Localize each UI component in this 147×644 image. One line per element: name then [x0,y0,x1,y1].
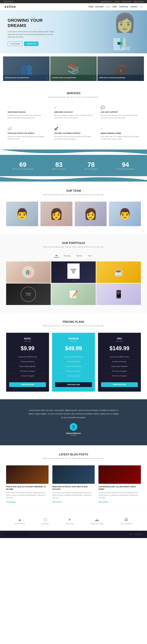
pricing-subtitle: Morbi accumsan ipsum velit. Nam nec tell… [6,325,141,326]
plan-basic-feat-3: Social media Integration [9,364,46,369]
partner-insignia: ⬡ INSIGNIA [42,517,49,524]
plan-pro-name: PRO [101,337,138,340]
blog-title: LATEST BLOG POSTS [6,453,141,456]
arrowhead-label: ARROWHEAD [14,523,25,524]
hero-section: GROWING YOUR DREAMS Lorem ipsum dolor si… [0,10,147,53]
testimonial-name: Shawn Patterson [12,432,135,434]
card-3-arrow: › [141,77,142,79]
hero-person-image: 👩 [113,12,136,34]
stat-clients: 83 HAPPY CLIENTS [52,161,66,170]
testimonial-section: Lorem ipsum dolor sit amet, consectetur … [0,399,147,445]
team-subtitle: Morbi accumsan ipsum velit. Nam nec tell… [6,194,141,196]
portfolio-item-6[interactable]: 📱 [96,284,141,305]
plan-pro-features: Lessons From $20 Per Hour 30 days trial … [101,355,138,378]
filter-identity[interactable]: Identity [75,254,83,258]
service-5-name: LIFETIME CUSTOMER SUPPORT [54,132,93,134]
plan-pro-feat-5: Free hours of support [101,374,138,378]
service-checklist: ✓ AWESOME CHECKLIST When you starting a … [52,104,94,121]
partner-mountain-view: ⛰ MOUNTAIN VIEW [90,517,103,524]
featured-card-3[interactable]: DIRECTORY OF FINANCE BUSINESSES › 💼 [97,56,144,81]
services-section: SERVICES Morbi accumsan ipsum velit. Nam… [0,84,147,150]
portfolio-item-1[interactable]: 🛍️ [6,262,51,283]
top-bar-contact: +800 123 45 67 [3,1,14,2]
port-item-1-icon: 🛍️ [22,266,34,278]
service-5-desc: The purpose of your brochure may differ … [54,136,93,140]
testimonial-avatar: 👤 [70,423,77,431]
top-bar: +800 123 45 67 info@email.com Career Pri… [0,0,147,3]
team-photo-2: 👩 [40,202,72,226]
plan-premium-feat-4: Free hours of support [55,369,92,374]
pricing-premium: PREMIUM PER YEAR $49.99 Lessons From $20… [52,333,95,392]
stats-section: 69 PROJECTS COMPLETED 83 HAPPY CLIENTS 7… [0,155,147,176]
pricing-section: PRICING PLANS Morbi accumsan ipsum velit… [0,313,147,399]
stat-coffees-label: WON COFFEES [85,168,98,170]
port-item-5-icon: 📝 [69,290,78,299]
filter-print[interactable]: Print [87,254,93,258]
footer-nav-terms[interactable]: Panel Terms [135,534,143,535]
purchase-basic-button[interactable]: PURCHASE NOW [9,382,46,387]
portfolio-subtitle: Morbi accumsan ipsum velit. Nam nec tell… [6,246,141,248]
plan-premium-period: PER YEAR [55,340,92,342]
nav-features[interactable]: Features [95,6,104,8]
plan-pro-feat-1: Lessons From $20 Per Hour [101,355,138,360]
port-item-2-bg: ▪▪▪ [73,280,74,281]
service-award: ☆ AWARD WINNING THEME Many people sign u… [99,125,141,142]
service-heart-icon: ♡ [8,106,46,110]
port-item-6-icon: 📱 [114,290,124,299]
plan-pro-feat-2: 30 days trial features [101,360,138,364]
featured-card-2[interactable]: BUSINESS IDEAS AND INNOVATION › 📚 [50,56,97,81]
blog-read-more-3[interactable]: READ MorE [99,501,108,503]
insignia-label: INSIGNIA [42,523,49,524]
card-2-label: BUSINESS IDEAS AND INNOVATION [52,77,76,79]
blog-title-2: MAECENAS ULTRICES JUSTO METUS QUIS FACIL… [52,486,95,490]
filter-branding[interactable]: Branding [62,254,72,258]
nav-portfolio[interactable]: Portfolio [119,6,128,8]
blog-grid: PRIM IN ORCI QUIS ELIT BLANDIT IMPERDIET… [6,465,141,503]
nav-home[interactable]: Home [89,6,93,8]
blog-read-more-1[interactable]: READ MORE [6,501,15,503]
blog-image-2 [52,465,95,484]
footer-nav-home[interactable]: Home [129,534,133,535]
testimonial-quote: Lorem ipsum dolor sit amet, consectetur … [27,408,120,419]
service-chat: 💬 LIVE CHAT SUPPORT How many free autore… [99,104,141,121]
purchase-premium-button[interactable]: PURCHASE NOW [55,382,92,387]
blog-read-more-2[interactable]: READ MORE [52,501,62,503]
blog-title-1: PRIM IN ORCI QUIS ELIT BLANDIT IMPERDIET… [6,486,48,490]
nav-blog[interactable]: Blog [106,6,110,8]
portfolio-item-3[interactable]: ☕ [96,262,141,283]
city-label: CITY BUSINESS [120,523,133,524]
team-member-4: 👨 [109,202,141,226]
service-chat-icon: 💬 [101,106,139,110]
keep-reading-button[interactable]: Keep Reading [8,42,22,46]
plan-basic-features: Lessons From $20 Per Hour 30 days trial … [9,355,46,378]
quick-tour-button[interactable]: A Quick Tour [24,42,38,46]
nav-shop[interactable]: Shop [113,6,117,8]
top-bar-email: info@email.com [101,1,112,2]
service-6-desc: Many people sign up for affiliate progra… [101,136,139,140]
blog-section: LATEST BLOG POSTS Morbi accumsan ipsum v… [0,445,147,511]
top-bar-help[interactable]: Help & Support [134,1,144,2]
blog-post-3: SUSPENDISSE EGET ULLAMCORPER TURPIS DONE… [99,465,141,503]
featured-card-1[interactable]: BUSINESS IDEAS AND INNOVATION › 👥 [3,56,50,81]
purchase-pro-button[interactable]: PURCHASE NOW [101,382,138,387]
blog-excerpt-2: Lorem ipsum dolor sit amet, consectetur … [52,492,95,499]
top-bar-career[interactable]: Career [115,1,120,2]
plan-premium-feat-3: Social media Integration [55,364,92,369]
stat-clients-number: 83 [52,161,66,168]
filter-all[interactable]: All [54,254,59,258]
plan-basic-feat-4: Free hours of support [9,369,46,374]
portfolio-item-5[interactable]: 📝 [51,284,96,305]
hero-image-area: 🖥️ 👩 [62,10,143,53]
nav-contact[interactable]: Contact [131,6,138,8]
service-star-icon: ☆ [101,127,139,131]
search-icon[interactable]: 🔍 [140,6,143,8]
featured-cards-section: BUSINESS IDEAS AND INNOVATION › 👥 BUSINE… [0,53,147,84]
creative-icon: ✦ [66,517,74,522]
site-logo[interactable]: exline [4,5,16,9]
team-member-3: 👩 [75,202,107,226]
top-bar-privacy[interactable]: Privacy Policy [122,1,131,2]
testimonial-author-area: 👤 Shawn Patterson OWNER [12,423,135,436]
portfolio-item-4[interactable]: BRANDLOGO [6,284,51,305]
team-member-2: 👩 [40,202,72,226]
portfolio-item-2[interactable]: BOARDMOPUP! ▪▪▪ [51,262,96,283]
